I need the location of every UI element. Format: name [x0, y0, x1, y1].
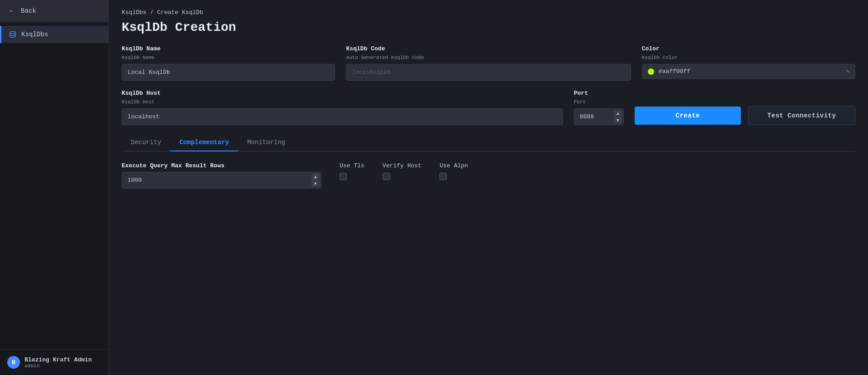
page-title: KsqlDb Creation: [122, 20, 855, 34]
name-sublabel: KsqlDb Name: [122, 55, 335, 60]
form-group-color: Color KsqlDb Color #aaff00ff ✎: [642, 45, 855, 79]
port-sublabel: Port: [574, 99, 624, 105]
color-value: #aaff00ff: [659, 68, 842, 75]
form-group-verify-host: Verify Host: [383, 162, 422, 180]
user-name: Blazing Kraft Admin: [25, 356, 92, 363]
code-sublabel: Auto Generated KsqlDb Code: [346, 55, 631, 60]
color-dot: [648, 68, 654, 75]
exec-query-label: Execute Query Max Result Rows: [122, 162, 321, 169]
form-group-host: KsqlDb Host KsqlDb Host: [122, 90, 563, 125]
exec-increment-button[interactable]: ▲: [311, 174, 320, 180]
port-decrement-button[interactable]: ▼: [614, 117, 622, 123]
host-sublabel: KsqlDb Host: [122, 99, 563, 105]
back-arrow-icon: ←: [7, 6, 16, 15]
ksqldb-host-input[interactable]: [122, 108, 563, 125]
breadcrumb-current: Create KsqlDb: [157, 9, 203, 16]
user-role: admin: [25, 363, 92, 369]
sidebar-item-ksqldbs[interactable]: KsqlDbs: [0, 26, 108, 43]
color-label: Color: [642, 45, 855, 52]
color-picker[interactable]: #aaff00ff ✎: [642, 64, 855, 79]
breadcrumb-separator: /: [150, 9, 157, 16]
port-wrapper: ▲ ▼: [574, 108, 624, 125]
edit-pencil-icon[interactable]: ✎: [846, 68, 849, 75]
exec-decrement-button[interactable]: ▼: [311, 180, 320, 187]
user-info: Blazing Kraft Admin admin: [25, 356, 92, 369]
test-connectivity-button[interactable]: Test Connectivity: [748, 106, 855, 125]
breadcrumb-link[interactable]: KsqlDbs: [122, 9, 147, 16]
name-label: KsqlDb Name: [122, 45, 335, 52]
sidebar-footer: B Blazing Kraft Admin admin: [0, 349, 108, 375]
verify-host-label: Verify Host: [383, 162, 422, 169]
sidebar-item-label: KsqlDbs: [21, 31, 48, 38]
form-group-use-tls: Use Tls: [340, 162, 365, 180]
tab-content-complementary: Execute Query Max Result Rows ▲ ▼ Use Tl…: [122, 162, 855, 189]
main-content: KsqlDbs / Create KsqlDb KsqlDb Creation …: [109, 0, 868, 375]
exec-query-input[interactable]: [122, 172, 321, 189]
use-alpn-checkbox[interactable]: [439, 173, 447, 180]
tab-monitoring[interactable]: Monitoring: [238, 134, 294, 151]
use-tls-label: Use Tls: [340, 162, 365, 169]
host-label: KsqlDb Host: [122, 90, 563, 97]
back-label: Back: [21, 7, 36, 15]
form-group-port: Port Port ▲ ▼: [574, 90, 624, 125]
sidebar: ← Back KsqlDbs B Blazing Kraft Admin adm…: [0, 0, 109, 375]
port-increment-button[interactable]: ▲: [614, 110, 622, 117]
create-button[interactable]: Create: [635, 107, 741, 125]
buttons-row: Create Test Connectivity: [635, 106, 855, 125]
use-tls-checkbox[interactable]: [340, 173, 347, 180]
avatar: B: [7, 356, 20, 369]
svg-point-0: [10, 32, 15, 34]
tabs: Security Complementary Monitoring: [122, 134, 855, 151]
port-spinner: ▲ ▼: [614, 110, 622, 123]
form-group-code: KsqlDb Code Auto Generated KsqlDb Code: [346, 45, 631, 81]
exec-wrapper: ▲ ▼: [122, 172, 321, 189]
exec-query-spinner: ▲ ▼: [311, 174, 320, 187]
ksqldb-code-input[interactable]: [346, 64, 631, 81]
tab-security[interactable]: Security: [122, 134, 170, 151]
color-sublabel: KsqlDb Color: [642, 55, 855, 60]
use-tls-wrap: [340, 173, 347, 180]
form-group-name: KsqlDb Name KsqlDb Name: [122, 45, 335, 81]
port-label: Port: [574, 90, 624, 97]
database-icon: [9, 30, 17, 39]
code-label: KsqlDb Code: [346, 45, 631, 52]
verify-host-wrap: [383, 173, 390, 180]
form-row-1: KsqlDb Name KsqlDb Name KsqlDb Code Auto…: [122, 45, 855, 81]
use-alpn-wrap: [439, 173, 447, 180]
use-alpn-label: Use Alpn: [439, 162, 468, 169]
form-group-use-alpn: Use Alpn: [439, 162, 468, 180]
form-row-2: KsqlDb Host KsqlDb Host Port Port ▲ ▼ Cr…: [122, 90, 855, 125]
breadcrumb: KsqlDbs / Create KsqlDb: [122, 9, 855, 16]
verify-host-checkbox[interactable]: [383, 173, 390, 180]
form-group-exec-query: Execute Query Max Result Rows ▲ ▼: [122, 162, 321, 189]
back-button[interactable]: ← Back: [0, 0, 108, 22]
tab-complementary[interactable]: Complementary: [170, 134, 238, 151]
sidebar-nav: KsqlDbs: [0, 22, 108, 349]
ksqldb-name-input[interactable]: [122, 64, 335, 81]
